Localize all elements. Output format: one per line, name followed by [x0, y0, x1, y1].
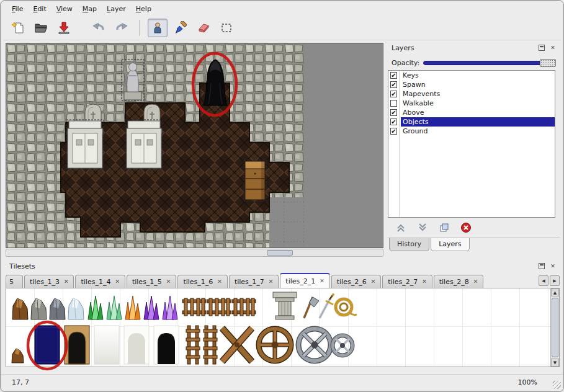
paint-tool-button[interactable] — [171, 19, 190, 37]
close-tab-icon[interactable]: ✕ — [166, 279, 171, 285]
scroll-tabs-left-button[interactable]: ◀ — [539, 275, 548, 286]
opacity-slider[interactable] — [423, 59, 556, 67]
duplicate-layer-button[interactable] — [437, 221, 451, 234]
layer-visibility-checkbox[interactable]: ✔ — [390, 91, 397, 97]
dark-arch-tile[interactable] — [154, 326, 179, 364]
save-map-button[interactable] — [54, 19, 74, 37]
tileset-tab[interactable]: tiles_1_4 ✕ — [75, 275, 125, 288]
tileset-tab[interactable]: tiles_2_7 ✕ — [382, 275, 432, 288]
tileset-tab-label: tiles_1_3 — [30, 278, 60, 286]
layer-visibility-checkbox[interactable]: ✔ — [390, 109, 397, 116]
scroll-down-button[interactable]: ▼ — [551, 359, 559, 367]
layer-row[interactable]: ✔ Ground — [388, 127, 555, 136]
layer-visibility-checkbox[interactable] — [390, 100, 397, 107]
layer-visibility-checkbox[interactable]: ✔ — [390, 118, 397, 125]
layer-name[interactable]: Walkable — [401, 99, 555, 108]
tab-layers[interactable]: Layers — [431, 238, 469, 251]
redo-button[interactable] — [112, 19, 132, 37]
tileset-tab[interactable]: tiles_1_5 ✕ — [127, 275, 176, 288]
tileset-tab[interactable]: tiles_2_8 ✕ — [434, 275, 483, 288]
tileset-vertical-scrollbar[interactable]: ▲ ▼ — [550, 288, 559, 367]
scrollbar-thumb[interactable] — [552, 298, 558, 357]
layer-name[interactable]: Keys — [401, 71, 555, 80]
open-folder-icon — [34, 21, 48, 35]
tileset-canvas[interactable] — [6, 288, 550, 367]
menu-layer[interactable]: Layer — [102, 3, 131, 15]
map-canvas[interactable] — [6, 43, 304, 247]
tileset-tab-strip: 5 tiles_1_3 ✕ tiles_1_4 ✕ tiles_1_5 ✕ ti… — [6, 272, 537, 288]
open-map-button[interactable] — [31, 19, 51, 37]
move-layer-down-button[interactable] — [416, 221, 429, 234]
menu-file[interactable]: File — [7, 3, 28, 15]
cursor-tile-coordinates: 17, 7 — [12, 378, 29, 386]
tileset-tab[interactable]: tiles_2_1 ✕ — [280, 273, 329, 288]
close-tab-icon[interactable]: ✕ — [217, 279, 222, 285]
layer-row[interactable]: ✔ Spawn — [388, 80, 555, 89]
scroll-up-button[interactable]: ▲ — [551, 288, 559, 296]
tileset-tab-label: tiles_1_6 — [183, 278, 213, 286]
selected-dark-tile[interactable] — [35, 326, 60, 364]
tileset-tab[interactable]: tiles_1_7 ✕ — [229, 275, 279, 288]
delete-icon — [460, 222, 472, 233]
layer-name[interactable]: Spawn — [401, 80, 555, 89]
new-file-icon — [11, 21, 25, 35]
menu-bar: File Edit View Map Layer Help — [3, 2, 561, 16]
layer-row[interactable]: ✔ Keys — [388, 71, 555, 80]
undo-button[interactable] — [89, 19, 109, 37]
float-panel-button[interactable] — [537, 262, 546, 270]
pale-arch-tile[interactable] — [124, 326, 149, 364]
close-tab-icon[interactable]: ✕ — [473, 279, 478, 285]
layer-name[interactable]: Ground — [401, 127, 555, 136]
wooden-wheel-tile[interactable] — [259, 329, 291, 361]
tileset-tab[interactable]: tiles_1_3 ✕ — [24, 275, 74, 288]
delete-layer-button[interactable] — [459, 221, 473, 234]
eraser-tool-button[interactable] — [194, 19, 213, 37]
opacity-label: Opacity: — [392, 59, 419, 67]
light-tile[interactable] — [94, 326, 119, 364]
map-horizontal-scrollbar[interactable] — [6, 249, 383, 257]
opacity-slider-handle[interactable] — [540, 59, 556, 67]
layer-visibility-checkbox[interactable]: ✔ — [390, 128, 397, 135]
close-panel-button[interactable]: ✕ — [548, 44, 557, 52]
map-viewport[interactable] — [6, 43, 383, 248]
layer-visibility-checkbox[interactable]: ✔ — [390, 72, 397, 79]
menu-view[interactable]: View — [51, 3, 78, 15]
tileset-tab[interactable]: 5 — [6, 275, 23, 288]
float-panel-icon — [539, 45, 545, 51]
close-tab-icon[interactable]: ✕ — [64, 279, 69, 285]
menu-edit[interactable]: Edit — [28, 3, 51, 15]
new-map-button[interactable] — [8, 19, 28, 37]
layer-row[interactable]: ✔ Above — [388, 108, 555, 117]
float-panel-button[interactable] — [537, 44, 546, 52]
scroll-tabs-right-button[interactable]: ▶ — [550, 275, 560, 286]
close-tab-icon[interactable]: ✕ — [269, 279, 274, 285]
menu-map[interactable]: Map — [78, 3, 102, 15]
layer-name[interactable]: Above — [401, 108, 555, 117]
close-tab-icon[interactable]: ✕ — [115, 279, 120, 285]
resize-grip[interactable] — [553, 381, 561, 389]
layer-row[interactable]: Walkable — [388, 99, 555, 108]
select-tool-button[interactable] — [217, 19, 236, 37]
layer-name[interactable]: Mapevents — [401, 89, 555, 99]
opacity-slider-track[interactable] — [423, 61, 556, 65]
close-tab-icon[interactable]: ✕ — [320, 278, 325, 284]
doorway-tile[interactable] — [65, 326, 89, 364]
tab-history[interactable]: History — [389, 238, 429, 251]
close-tab-icon[interactable]: ✕ — [422, 279, 427, 285]
layer-row[interactable]: ✔ Objects — [388, 117, 555, 127]
map-editor-window: File Edit View Map Layer Help — [0, 0, 564, 392]
close-tab-icon[interactable]: ✕ — [371, 279, 376, 285]
scrollbar-thumb[interactable] — [267, 250, 293, 256]
tileset-tab[interactable]: tiles_1_6 ✕ — [177, 275, 227, 288]
tileset-tab-label: tiles_2_6 — [337, 278, 367, 286]
close-panel-button[interactable]: ✕ — [548, 262, 557, 270]
layer-name[interactable]: Objects — [401, 117, 555, 127]
event-tool-button[interactable] — [148, 19, 168, 37]
menu-help[interactable]: Help — [131, 3, 156, 15]
layer-list: ✔ Keys ✔ Spawn ✔ Mapevents Walkable ✔ Ab… — [388, 70, 555, 218]
tileset-tab-label: tiles_2_7 — [388, 278, 418, 286]
layer-visibility-checkbox[interactable]: ✔ — [390, 81, 397, 88]
move-layer-up-button[interactable] — [394, 221, 408, 234]
tileset-tab[interactable]: tiles_2_6 ✕ — [331, 275, 381, 288]
layer-row[interactable]: ✔ Mapevents — [388, 89, 555, 99]
